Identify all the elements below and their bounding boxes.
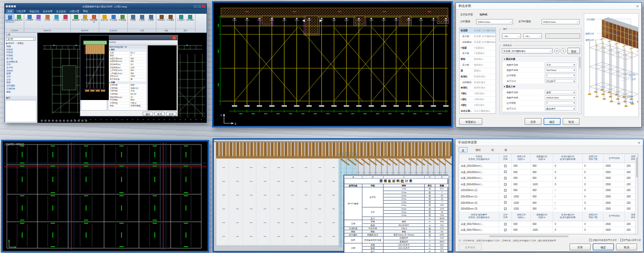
ok-button[interactable]: 确定 [143, 112, 153, 116]
ribbon-button[interactable]: 平面图 [128, 14, 137, 22]
data-cell[interactable]: 0 [583, 163, 604, 169]
ribbon-button[interactable]: 智能布置 [71, 14, 80, 22]
ribbon-button[interactable]: 净高检查 [118, 14, 127, 22]
data-cell[interactable]: 600 [512, 227, 531, 233]
grid-value[interactable]: 600 [129, 69, 146, 72]
data-cell[interactable]: 1500 [604, 227, 625, 233]
data-cell[interactable]: 0 [583, 233, 604, 234]
ribbon-button[interactable]: 高支模辨识 [89, 14, 98, 24]
ribbon-button[interactable]: 节点检查 [109, 14, 118, 22]
method-list-item[interactable]: 圆形柱圆形柱做法 [460, 85, 496, 91]
data-cell[interactable]: 600 [512, 163, 531, 169]
maximize-icon[interactable] [198, 5, 201, 8]
hbar-spec-select[interactable]: Φ48x3.0mm ▾ [542, 19, 580, 24]
data-cell[interactable]: 900 [531, 200, 553, 206]
data-cell[interactable]: 900 [531, 194, 553, 200]
method-list-item[interactable]: L形柱L形柱做法 [460, 97, 496, 103]
ribbon-button[interactable]: 立面图 [137, 14, 146, 22]
preview-button[interactable]: 预览 [567, 48, 580, 54]
ribbon-button[interactable]: 实时漫游 [185, 14, 194, 22]
method-select[interactable]: 矩形梁_对拉螺栓做法 ▾ [502, 48, 553, 53]
data-cell[interactable]: 1100 [531, 233, 553, 234]
cancel-button[interactable]: 取消 [563, 118, 580, 125]
grid-value[interactable]: 4.35 [129, 67, 146, 69]
data-cell[interactable]: 1500 [604, 221, 625, 227]
checkbox[interactable]: ✓ [504, 207, 507, 210]
category-tab[interactable]: 柱 [489, 147, 497, 152]
qat-icon[interactable] [8, 5, 11, 7]
method-list-item[interactable]: 高支模矩形梁_对拉螺栓做法 [460, 34, 496, 40]
data-cell[interactable]: 900 [531, 163, 553, 169]
data-cell[interactable]: 1500 [604, 169, 625, 175]
data-cell[interactable]: 0 [583, 169, 604, 175]
edit-icon[interactable]: ✎ [561, 48, 566, 53]
checkbox[interactable]: ✓ [504, 189, 507, 192]
property-value-select[interactable]: 钢管▾ [545, 90, 576, 94]
checkbox[interactable]: ✓ [504, 195, 507, 198]
data-cell[interactable]: 1200 [512, 206, 531, 212]
apply-button[interactable]: 应用 [166, 112, 176, 116]
data-cell[interactable]: / [553, 194, 583, 200]
grid-value[interactable]: 钢管 [129, 84, 146, 87]
drawing-area[interactable]: 构件支模参数 ✕ 高支模构件 > 矩形梁 > KL-1 (300x600) 整体… [38, 33, 207, 123]
method-list-item[interactable]: 高支模楼板做法 [460, 62, 496, 68]
data-cell[interactable]: 0 [583, 194, 604, 200]
data-cell[interactable]: 0 [583, 227, 604, 233]
data-cell[interactable]: 1500 [604, 175, 625, 181]
grid-value[interactable]: 2 [129, 55, 146, 57]
status-icon[interactable] [67, 120, 69, 122]
data-cell[interactable]: ✓ [499, 221, 512, 227]
property-value-select[interactable]: 40x70mm▾ [545, 68, 576, 72]
grid-value[interactable]: 4.5 [129, 64, 146, 66]
radio-by-component[interactable]: ◉ 按构件 [6, 42, 14, 44]
condition-select[interactable]: <无>▾ [502, 33, 521, 39]
data-cell[interactable]: 600 [512, 233, 531, 234]
data-cell[interactable]: ✓ [499, 187, 512, 193]
cad-elevation-view[interactable]: YX [212, 1, 453, 128]
horizontal-scrollbar[interactable] [459, 235, 638, 238]
data-cell[interactable]: 1000 [531, 227, 553, 233]
method-list-item[interactable]: 特殊截面矩形梁_对拉螺栓做法 [460, 40, 496, 46]
data-cell[interactable]: 1500 [604, 194, 625, 200]
grid-value[interactable]: M14 [129, 99, 146, 102]
cancel-button[interactable]: 取消 [154, 112, 165, 116]
grid-value[interactable]: 12 [129, 96, 146, 99]
floor-combo[interactable]: 第2层 ▾ [6, 37, 36, 41]
category-tab[interactable]: 板 [502, 147, 510, 152]
grid-value[interactable]: 900 [129, 73, 146, 75]
checkbox[interactable]: ✓ [504, 223, 507, 225]
property-value-select[interactable]: 1▾ [545, 74, 576, 78]
status-icon[interactable] [74, 120, 76, 122]
data-cell[interactable]: 1500 [604, 182, 625, 187]
data-cell[interactable]: ✓ [499, 227, 512, 233]
data-cell[interactable]: 0 [583, 182, 604, 187]
ok-button[interactable]: 确定 [544, 118, 561, 125]
method-list-item[interactable]: 高支模T形梁做法 [460, 51, 496, 57]
data-cell[interactable]: 600 [512, 221, 531, 227]
vertical-scrollbar[interactable] [635, 154, 638, 234]
data-cell[interactable]: 600 [512, 175, 531, 181]
method-list-item[interactable]: 矩形梁矩形梁_对拉螺栓做法 [460, 28, 496, 34]
close-icon[interactable]: ✕ [636, 4, 639, 8]
option-checkbox[interactable]: 梁侧次楞参照布置外立杆 [589, 239, 617, 241]
refresh-icon[interactable]: ⟳ [554, 48, 559, 53]
data-cell[interactable]: 0 [553, 233, 583, 234]
data-cell[interactable]: 0 [553, 163, 583, 169]
data-cell[interactable]: 0 [583, 187, 604, 193]
dialog-3d-preview[interactable] [147, 45, 177, 111]
checkbox[interactable]: ✓ [504, 170, 507, 173]
ribbon-tab[interactable]: 出图出量 [68, 9, 81, 14]
sidebar-item[interactable]: 垫板 [6, 91, 37, 94]
close-icon[interactable] [202, 5, 206, 8]
quick-access-toolbar[interactable] [6, 5, 16, 7]
status-icon[interactable] [85, 120, 87, 122]
checkbox[interactable]: ✓ [504, 165, 507, 167]
property-value-select[interactable]: 均匀布置▾ [545, 79, 576, 83]
minimize-icon[interactable] [193, 5, 197, 8]
method-list-item[interactable]: 矩形柱矩形柱做法 [460, 74, 496, 80]
grid-value[interactable]: Φ48×3.0 [129, 87, 146, 90]
ribbon-button[interactable]: 安全计算 [100, 14, 109, 22]
display-mode-radios[interactable]: ◉ 按构件○ 按图层 [5, 41, 37, 45]
ribbon-button[interactable]: 参数设置 [14, 14, 23, 22]
ribbon-tab[interactable]: 安全复核 [54, 9, 67, 14]
